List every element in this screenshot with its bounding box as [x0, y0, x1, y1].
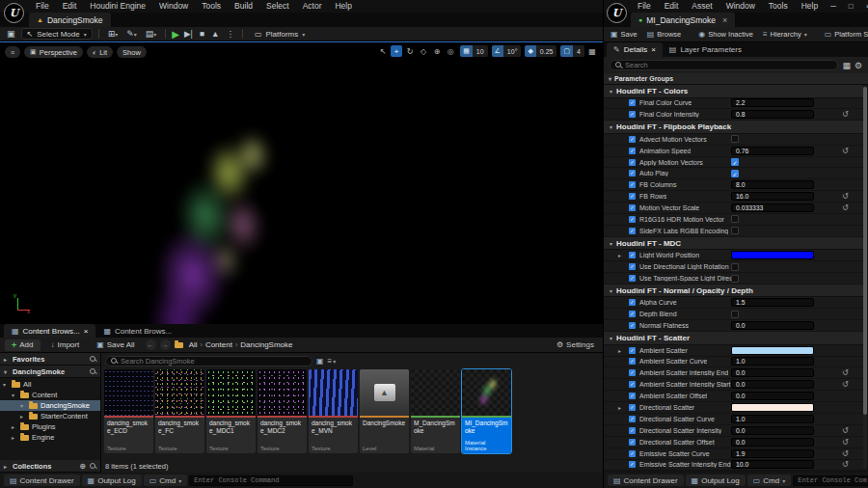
menu-tools[interactable]: Tools	[762, 0, 795, 13]
value-input[interactable]: 0.0	[731, 392, 814, 400]
tab-mi-dancingsmoke[interactable]: ● MI_DancingSmoke ×	[631, 13, 735, 27]
gear-icon[interactable]: ⚙	[854, 61, 862, 70]
value-checkbox[interactable]: ✓	[731, 158, 739, 166]
level-viewport[interactable]: ≡ ▣ Perspective ◐ Lit Show ↖ + ↻ ◇ ⊕	[0, 41, 603, 324]
hierarchy-button[interactable]: ≡Hierarchy▾	[759, 28, 811, 41]
menu-houdini-engine[interactable]: Houdini Engine	[83, 0, 152, 13]
show-inactive-button[interactable]: ◉Show Inactive	[694, 28, 757, 41]
override-checkbox[interactable]: ✓	[629, 416, 636, 422]
value-input[interactable]: 1.5	[731, 298, 814, 307]
tree-item-plugins[interactable]: ▸Plugins	[0, 421, 100, 432]
tab-dancingsmoke-level[interactable]: ▲ DancingSmoke	[29, 13, 111, 27]
show-dropdown[interactable]: Show	[117, 46, 147, 58]
section-houdini-ft-mdc[interactable]: ▾Houdini FT - MDC	[604, 237, 863, 251]
override-checkbox[interactable]: ✓	[629, 393, 636, 399]
cinematics-icon[interactable]: ▤▾	[143, 29, 160, 39]
viewport-options-menu[interactable]: ≡	[5, 46, 20, 58]
menu-edit[interactable]: Edit	[658, 0, 686, 13]
add-actor-icon[interactable]: ⊞▾	[105, 29, 122, 39]
chevron-right-icon[interactable]: ▸	[12, 434, 17, 441]
menu-select[interactable]: Select	[259, 0, 296, 13]
asset-tile-mi-dancingsmoke[interactable]: MI_DancingSmokeMaterial Instance	[462, 369, 511, 453]
details-scrollbar[interactable]	[863, 85, 867, 470]
parameter-groups-header[interactable]: ▾ Parameter Groups	[604, 73, 868, 85]
save-current-icon[interactable]: ▣	[4, 29, 18, 39]
override-checkbox[interactable]: ✓	[629, 216, 636, 223]
scale-tool-icon[interactable]: ◇	[418, 45, 429, 57]
tab-layer-parameters[interactable]: ▤Layer Parameters	[663, 42, 748, 57]
close-icon[interactable]: ×	[651, 45, 656, 54]
color-swatch[interactable]	[731, 346, 814, 355]
content-browser-tab[interactable]: ▦Content Brows...×	[4, 324, 95, 338]
override-checkbox[interactable]: ✓	[629, 136, 636, 143]
breadcrumb-dancingsmoke[interactable]: DancingSmoke	[238, 340, 294, 349]
asset-tile-dancing-smoke-mvn[interactable]: dancing_smoke_MVNTexture	[309, 369, 358, 453]
color-swatch[interactable]	[731, 251, 814, 259]
asset-search-input[interactable]	[121, 357, 307, 366]
search-icon[interactable]	[90, 356, 96, 363]
eject-button[interactable]: ▲	[209, 29, 221, 39]
value-input[interactable]: 0.0	[731, 380, 814, 389]
value-input[interactable]: 0.0	[731, 321, 814, 330]
move-tool-icon[interactable]: +	[391, 45, 402, 57]
tree-item-content[interactable]: ▾Content	[0, 390, 100, 400]
display-options-icon[interactable]: ▦	[842, 61, 851, 70]
reset-icon[interactable]: ↺	[842, 192, 849, 201]
override-checkbox[interactable]: ✓	[629, 461, 636, 468]
override-checkbox[interactable]: ✓	[629, 170, 636, 176]
forward-icon[interactable]: →	[160, 339, 171, 350]
value-checkbox[interactable]	[731, 263, 739, 271]
platform-stats-button[interactable]: ▭Platform Stats	[821, 28, 868, 41]
chevron-down-icon[interactable]: ▾	[12, 392, 17, 398]
asset-search-box[interactable]	[105, 356, 312, 366]
chevron-down-icon[interactable]: ▾	[3, 381, 9, 388]
chevron-down-icon[interactable]: ▾	[20, 402, 26, 409]
override-checkbox[interactable]: ✓	[629, 252, 636, 258]
menu-help[interactable]: Help	[795, 0, 825, 13]
chevron-right-icon[interactable]: ▸	[12, 423, 17, 430]
frame-skip-button[interactable]: ▶|	[182, 29, 195, 39]
value-input[interactable]: 8.0	[731, 180, 814, 189]
value-checkbox[interactable]	[731, 311, 739, 318]
close-button[interactable]: ×	[859, 2, 868, 11]
add-button[interactable]: + Add	[5, 339, 41, 351]
menu-actor[interactable]: Actor	[296, 0, 329, 13]
value-input[interactable]: 0.8	[731, 110, 814, 119]
reset-icon[interactable]: ↺	[842, 449, 849, 458]
override-checkbox[interactable]: ✓	[629, 263, 636, 270]
scale-snap-control[interactable]: ◆ 0.25	[525, 45, 556, 57]
sources-header[interactable]: ▾ DancingSmoke	[0, 366, 100, 378]
save-all-button[interactable]: ▣ Save All	[90, 339, 141, 351]
menu-file[interactable]: File	[29, 0, 56, 13]
content-drawer-button[interactable]: ▤ Content Drawer	[4, 474, 80, 486]
reset-icon[interactable]: ↺	[842, 380, 849, 389]
tree-item-startercontent[interactable]: ▸StarterContent	[0, 411, 100, 421]
value-checkbox[interactable]	[731, 227, 739, 234]
menu-help[interactable]: Help	[328, 0, 358, 13]
select-mode-dropdown[interactable]: ↖ Select Mode ▾	[21, 28, 93, 40]
menu-build[interactable]: Build	[228, 0, 259, 13]
details-search-box[interactable]	[610, 60, 838, 70]
platforms-dropdown[interactable]: ▭ Platforms ▾	[249, 28, 311, 40]
expand-icon[interactable]: ▸	[618, 347, 621, 354]
asset-tile-dancing-smoke-mdc2[interactable]: dancing_smoke_MDC2Texture	[258, 369, 307, 453]
surface-snap-icon[interactable]: ◎	[445, 45, 456, 57]
save-button[interactable]: ▣Save	[607, 28, 641, 41]
value-checkbox[interactable]	[731, 135, 739, 143]
blueprints-icon[interactable]: ✎▾	[123, 29, 140, 39]
close-icon[interactable]: ×	[722, 15, 727, 25]
save-search-icon[interactable]: ▣	[316, 357, 324, 366]
menu-file[interactable]: File	[631, 0, 658, 13]
value-input[interactable]: 0.033333	[731, 203, 814, 212]
asset-tile-dancing-smoke-fc[interactable]: dancing_smoke_FCTexture	[155, 369, 204, 453]
override-checkbox[interactable]: ✓	[629, 311, 636, 317]
minimize-button[interactable]: ─	[825, 2, 842, 11]
value-input[interactable]: 1.9	[731, 449, 814, 458]
override-checkbox[interactable]: ✓	[629, 204, 636, 211]
scrollbar-thumb[interactable]	[863, 87, 867, 415]
reset-icon[interactable]: ↺	[842, 110, 849, 119]
value-input[interactable]: 16.0	[731, 192, 814, 201]
section-houdini-ft-normal-opacity-depth[interactable]: ▾Houdini FT - Normal / Opacity / Depth	[604, 285, 863, 298]
tree-item-dancingsmoke[interactable]: ▾DancingSmoke	[0, 400, 100, 411]
breadcrumb-all[interactable]: All	[187, 340, 200, 349]
